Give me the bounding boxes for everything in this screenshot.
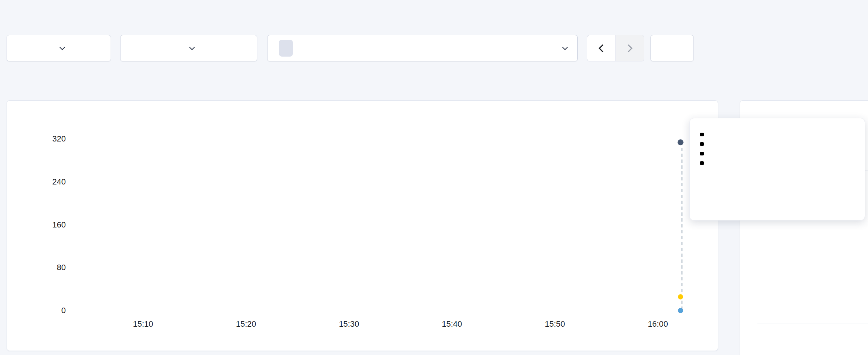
chevron-left-icon — [599, 44, 606, 52]
hover-dot-selects — [678, 139, 684, 145]
divider — [757, 264, 868, 264]
prev-time-button[interactable] — [587, 35, 616, 61]
tooltip-series-row — [700, 152, 854, 155]
divider — [757, 323, 868, 323]
x-tick-label: 16:00 — [638, 319, 678, 329]
chart-hover-tooltip — [689, 118, 865, 220]
tooltip-series-row — [700, 133, 854, 136]
time-window-badge — [279, 40, 293, 57]
deletes-legend-swatch — [700, 161, 704, 165]
y-axis-label — [22, 200, 32, 244]
y-tick-label: 320 — [34, 134, 66, 144]
chevron-down-icon — [59, 44, 65, 50]
tooltip-series-row — [700, 142, 854, 146]
graph-scope-dropdown[interactable] — [7, 35, 111, 61]
x-tick-label: 15:30 — [329, 319, 369, 329]
x-tick-label: 15:50 — [535, 319, 575, 329]
hover-dot-deletes — [678, 308, 683, 313]
y-tick-label: 240 — [34, 177, 66, 187]
y-tick-label: 0 — [34, 306, 66, 315]
inserts-legend-swatch — [700, 152, 704, 155]
time-window-dropdown[interactable] — [267, 35, 578, 61]
divider — [757, 231, 868, 231]
next-time-button[interactable] — [616, 35, 644, 61]
tooltip-series-row — [700, 161, 854, 165]
hover-dot-inserts — [678, 308, 683, 313]
y-tick-label: 80 — [34, 263, 66, 272]
now-button[interactable] — [650, 35, 694, 61]
chevron-right-icon — [625, 44, 632, 52]
selects-legend-swatch — [700, 133, 704, 136]
y-tick-label: 160 — [34, 220, 66, 230]
sql-statements-chart-card: 08016024032015:1015:2015:3015:4015:5016:… — [7, 100, 718, 351]
chevron-down-icon — [189, 44, 195, 50]
x-tick-label: 15:20 — [226, 319, 266, 329]
hover-dot-updates — [678, 294, 683, 300]
dashboard-dropdown[interactable] — [120, 35, 257, 61]
x-tick-label: 15:10 — [123, 319, 163, 329]
x-tick-label: 15:40 — [432, 319, 472, 329]
chevron-down-icon — [562, 44, 568, 50]
time-nav-group — [587, 35, 644, 61]
metrics-page: { "page": { "title": "Metrics" }, "toolb… — [0, 0, 868, 355]
updates-legend-swatch — [700, 142, 704, 146]
sql-statements-chart — [7, 101, 718, 351]
